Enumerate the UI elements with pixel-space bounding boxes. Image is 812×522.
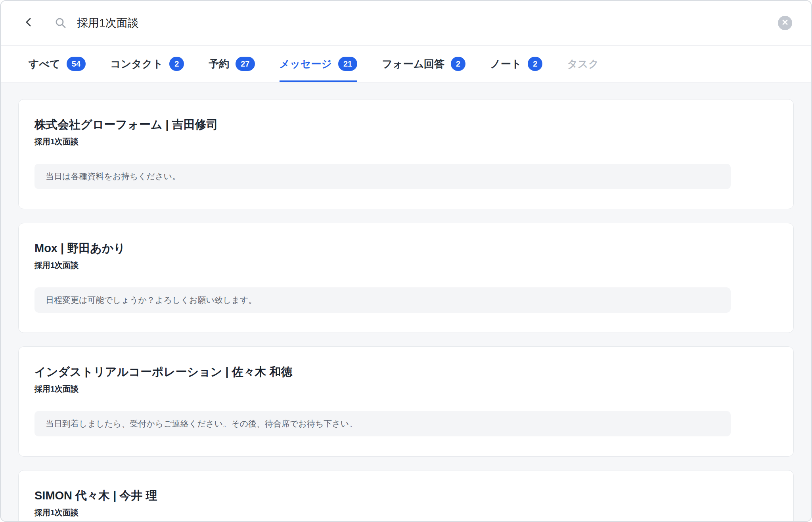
result-title: インダストリアルコーポレーション | 佐々木 和徳 — [34, 365, 778, 379]
results-list: 株式会社グローフォーム | 吉田修司 採用1次面談 当日は各種資料をお持ちくださ… — [1, 82, 811, 521]
search-input[interactable] — [76, 16, 778, 30]
tab-count-badge: 2 — [528, 57, 542, 71]
tab-label: メッセージ — [280, 57, 332, 71]
result-tabs: すべて 54 コンタクト 2 予約 27 メッセージ 21 フォーム回答 2 ノ… — [1, 45, 811, 82]
result-card[interactable]: Mox | 野田あかり 採用1次面談 日程変更は可能でしょうか？よろしくお願い致… — [18, 223, 794, 333]
result-title: Mox | 野田あかり — [34, 241, 778, 255]
result-card[interactable]: 株式会社グローフォーム | 吉田修司 採用1次面談 当日は各種資料をお持ちくださ… — [18, 99, 794, 209]
tab-contacts[interactable]: コンタクト 2 — [110, 46, 184, 82]
result-subtitle: 採用1次面談 — [34, 384, 778, 394]
tab-count-badge: 2 — [451, 57, 465, 71]
message-preview: 当日は各種資料をお持ちください。 — [34, 164, 731, 189]
tab-form-responses[interactable]: フォーム回答 2 — [382, 46, 465, 82]
tab-notes[interactable]: ノート 2 — [490, 46, 542, 82]
search-results-window: すべて 54 コンタクト 2 予約 27 メッセージ 21 フォーム回答 2 ノ… — [0, 0, 812, 522]
message-preview: 日程変更は可能でしょうか？よろしくお願い致します。 — [34, 287, 731, 313]
clear-search-button[interactable] — [778, 16, 792, 30]
tab-bookings[interactable]: 予約 27 — [209, 46, 255, 82]
result-subtitle: 採用1次面談 — [34, 136, 778, 147]
result-subtitle: 採用1次面談 — [34, 260, 778, 271]
tab-count-badge: 54 — [67, 57, 86, 71]
chevron-left-icon — [23, 16, 34, 30]
tab-tasks[interactable]: タスク — [567, 46, 599, 82]
result-title: 株式会社グローフォーム | 吉田修司 — [34, 118, 778, 132]
tab-all[interactable]: すべて 54 — [29, 46, 86, 82]
back-button[interactable] — [20, 14, 37, 32]
result-subtitle: 採用1次面談 — [34, 507, 778, 518]
tab-messages[interactable]: メッセージ 21 — [280, 46, 358, 82]
tab-count-badge: 27 — [236, 57, 255, 71]
tab-count-badge: 2 — [169, 57, 184, 71]
tab-label: フォーム回答 — [382, 57, 444, 71]
result-title: SIMON 代々木 | 今井 理 — [34, 489, 778, 503]
tab-label: ノート — [490, 57, 521, 71]
tab-count-badge: 21 — [338, 57, 357, 71]
result-card[interactable]: インダストリアルコーポレーション | 佐々木 和徳 採用1次面談 当日到着しまし… — [18, 346, 794, 457]
tab-label: タスク — [567, 57, 599, 71]
close-icon — [781, 19, 789, 27]
message-preview: 当日到着しましたら、受付からご連絡ください。その後、待合席でお待ち下さい。 — [34, 411, 731, 436]
tab-label: コンタクト — [110, 57, 163, 71]
search-bar — [1, 1, 811, 45]
tab-label: 予約 — [209, 57, 229, 71]
tab-label: すべて — [29, 57, 60, 71]
result-card[interactable]: SIMON 代々木 | 今井 理 採用1次面談 お忙しい中、丁寧にご返信いただき… — [18, 470, 794, 521]
search-icon — [54, 16, 67, 30]
